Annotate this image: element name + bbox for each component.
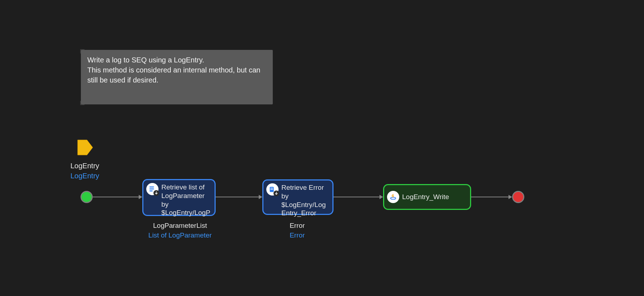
parameter-name: LogEntry bbox=[70, 161, 99, 171]
output-name: Error bbox=[281, 221, 313, 231]
svg-point-15 bbox=[391, 197, 396, 199]
download-badge-icon bbox=[153, 190, 159, 196]
comment-annotation[interactable]: Write a log to SEQ using a LogEntry. Thi… bbox=[81, 50, 273, 104]
connector-write-to-end bbox=[471, 194, 512, 200]
workflow-canvas[interactable]: Write a log to SEQ using a LogEntry. Thi… bbox=[0, 0, 644, 296]
output-type: List of LogParameter bbox=[146, 231, 214, 240]
activity-title: Retrieve list of LogParameter by $LogEnt… bbox=[161, 183, 211, 217]
retrieve-object-icon bbox=[266, 183, 279, 196]
svg-rect-13 bbox=[271, 188, 273, 188]
svg-marker-6 bbox=[380, 195, 383, 199]
activity-output-caption: LogParameterList List of LogParameter bbox=[146, 221, 214, 240]
java-action-icon bbox=[387, 191, 399, 203]
retrieve-list-icon bbox=[146, 183, 158, 195]
parameter-labels: LogEntry LogEntry bbox=[70, 161, 99, 181]
connector-list-to-error bbox=[216, 194, 262, 200]
connector-start-to-retrieve-list bbox=[93, 194, 142, 200]
svg-marker-2 bbox=[139, 195, 142, 199]
activity-title: LogEntry_Write bbox=[402, 193, 466, 201]
start-node[interactable] bbox=[80, 191, 93, 203]
svg-marker-4 bbox=[259, 195, 262, 199]
activity-retrieve-error[interactable]: Retrieve Error by $LogEntry/LogEntry_Err… bbox=[262, 179, 334, 215]
connector-error-to-write bbox=[334, 194, 383, 200]
svg-rect-14 bbox=[271, 189, 273, 190]
output-type: Error bbox=[281, 231, 313, 240]
output-name: LogParameterList bbox=[146, 221, 214, 231]
parameter-type: LogEntry bbox=[70, 171, 99, 181]
svg-marker-8 bbox=[509, 195, 512, 199]
svg-marker-0 bbox=[78, 140, 93, 155]
end-node[interactable] bbox=[512, 191, 524, 203]
activity-output-caption: Error Error bbox=[281, 221, 313, 240]
svg-rect-10 bbox=[150, 188, 154, 189]
activity-title: Retrieve Error by $LogEntry/LogEntry_Err… bbox=[281, 183, 329, 217]
download-badge-icon bbox=[273, 191, 279, 196]
activity-retrieve-logparameter-list[interactable]: Retrieve list of LogParameter by $LogEnt… bbox=[142, 179, 216, 216]
activity-logentry-write[interactable]: LogEntry_Write bbox=[383, 184, 471, 210]
svg-rect-9 bbox=[150, 187, 154, 188]
svg-rect-11 bbox=[150, 191, 153, 192]
